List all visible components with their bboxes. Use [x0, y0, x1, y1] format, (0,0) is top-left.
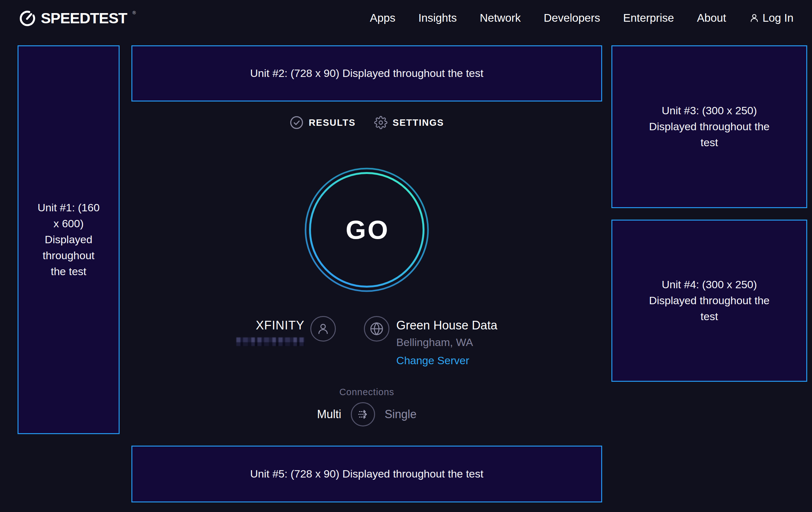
connections-toggle-button[interactable]: [351, 402, 375, 427]
isp-block: XFINITY: [236, 316, 304, 346]
results-settings-tabs: RESULTS SETTINGS: [132, 115, 602, 130]
ad-unit-2-label: Unit #2: (728 x 90) Displayed throughout…: [250, 65, 483, 81]
trademark-symbol: ®: [133, 10, 136, 15]
connections-toggle-row: Multi Single: [132, 402, 602, 427]
logo-wordmark: SPEEDTEST: [41, 9, 127, 27]
change-server-link[interactable]: Change Server: [397, 354, 469, 367]
tab-settings-label: SETTINGS: [393, 117, 444, 128]
ad-unit-4-rectangle: Unit #4: (300 x 250) Displayed throughou…: [611, 220, 807, 382]
login-button[interactable]: Log In: [749, 11, 793, 24]
connection-info-row: XFINITY Green House Data Bellingham, WA …: [132, 316, 602, 367]
server-block: Green House Data Bellingham, WA Change S…: [397, 316, 497, 367]
go-button-label: GO: [304, 167, 429, 292]
ad-unit-3-rectangle: Unit #3: (300 x 250) Displayed throughou…: [611, 45, 807, 208]
login-label: Log In: [762, 11, 793, 24]
gear-icon: [374, 116, 387, 129]
ad-unit-4-label: Unit #4: (300 x 250) Displayed throughou…: [645, 277, 773, 325]
isp-avatar-circle: [310, 316, 336, 342]
tab-results-label: RESULTS: [309, 117, 356, 128]
server-location: Bellingham, WA: [397, 336, 473, 349]
go-button[interactable]: GO: [304, 167, 429, 292]
nav-item-insights[interactable]: Insights: [418, 11, 457, 24]
nav-item-enterprise[interactable]: Enterprise: [623, 11, 674, 24]
connections-label: Connections: [132, 387, 602, 397]
globe-icon: [369, 321, 384, 336]
top-nav-bar: SPEEDTEST® Apps Insights Network Develop…: [0, 0, 812, 36]
check-circle-icon: [290, 115, 303, 130]
nav-item-about[interactable]: About: [697, 11, 726, 24]
connections-single-option[interactable]: Single: [385, 408, 416, 421]
connections-multi-option[interactable]: Multi: [317, 408, 341, 421]
server-name: Green House Data: [397, 319, 497, 332]
person-icon: [749, 13, 759, 23]
speedtest-logo[interactable]: SPEEDTEST®: [19, 9, 136, 27]
ad-unit-1-label: Unit #1: (160 x 600) Displayed throughou…: [36, 200, 102, 279]
server-globe-circle: [364, 316, 389, 342]
tab-settings[interactable]: SETTINGS: [374, 116, 444, 129]
multi-arrows-icon: [356, 407, 370, 421]
person-icon: [316, 322, 330, 335]
speedtest-page: SPEEDTEST® Apps Insights Network Develop…: [0, 0, 812, 512]
nav-item-network[interactable]: Network: [480, 11, 521, 24]
ad-unit-2-leaderboard: Unit #2: (728 x 90) Displayed throughout…: [132, 45, 602, 102]
gauge-logo-icon: [19, 9, 36, 27]
ad-unit-5-label: Unit #5: (728 x 90) Displayed throughout…: [250, 466, 483, 482]
nav-item-apps[interactable]: Apps: [370, 11, 396, 24]
ip-address-redacted: [236, 338, 304, 346]
isp-name: XFINITY: [256, 319, 304, 332]
main-nav: Apps Insights Network Developers Enterpr…: [370, 11, 793, 24]
nav-item-developers[interactable]: Developers: [544, 11, 600, 24]
ad-unit-1-skyscraper: Unit #1: (160 x 600) Displayed throughou…: [18, 45, 120, 434]
ad-unit-3-label: Unit #3: (300 x 250) Displayed throughou…: [645, 103, 773, 151]
ad-unit-5-leaderboard: Unit #5: (728 x 90) Displayed throughout…: [132, 446, 602, 503]
tab-results[interactable]: RESULTS: [290, 115, 356, 130]
